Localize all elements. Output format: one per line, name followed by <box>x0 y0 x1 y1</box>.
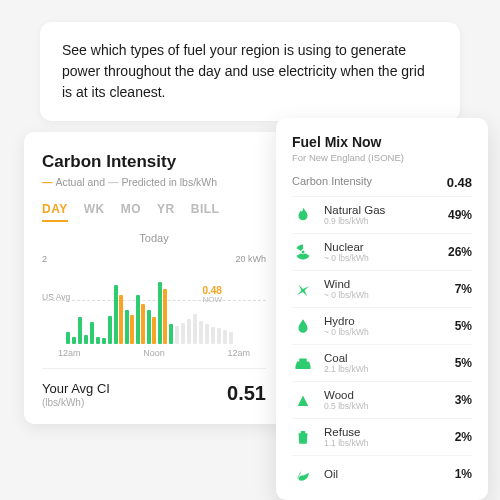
fuel-name: Nuclear <box>324 241 448 253</box>
fuel-icon <box>292 241 314 263</box>
fuel-main: Natural Gas0.9 lbs/kWh <box>324 204 448 226</box>
avg-label-block: Your Avg CI (lbs/kWh) <box>42 379 110 408</box>
divider <box>42 368 266 369</box>
fuel-detail: 2.1 lbs/kWh <box>324 364 455 374</box>
tab-week[interactable]: WK <box>84 202 105 222</box>
today-label: Today <box>42 232 266 244</box>
y-axis-left: 2 <box>42 254 47 264</box>
tab-month[interactable]: MO <box>121 202 141 222</box>
fuel-icon <box>292 426 314 448</box>
fuel-percent: 3% <box>455 393 472 407</box>
fuel-name: Wind <box>324 278 455 290</box>
fuel-percent: 5% <box>455 319 472 333</box>
fuel-main: Hydro~ 0 lbs/kWh <box>324 315 455 337</box>
tooltip-text: See which types of fuel your region is u… <box>62 42 425 100</box>
fuel-percent: 2% <box>455 430 472 444</box>
fuel-row[interactable]: Wood0.5 lbs/kWh3% <box>292 381 472 418</box>
x-left: 12am <box>58 348 81 358</box>
fuel-list: Natural Gas0.9 lbs/kWh49%Nuclear~ 0 lbs/… <box>292 196 472 492</box>
fuel-row[interactable]: Wind~ 0 lbs/kWh7% <box>292 270 472 307</box>
fuel-icon <box>292 389 314 411</box>
fuel-name: Coal <box>324 352 455 364</box>
callout-now-label: NOW <box>202 296 222 304</box>
current-value-callout: 0.48 NOW <box>202 286 222 304</box>
fuel-row[interactable]: Nuclear~ 0 lbs/kWh26% <box>292 233 472 270</box>
avg-label: Your Avg CI <box>42 381 110 396</box>
legend-subtitle: Actual and Predicted in lbs/kWh <box>42 176 266 188</box>
mix-ci-label: Carbon Intensity <box>292 175 372 190</box>
fuel-row[interactable]: Hydro~ 0 lbs/kWh5% <box>292 307 472 344</box>
fuel-detail: ~ 0 lbs/kWh <box>324 253 448 263</box>
fuel-percent: 49% <box>448 208 472 222</box>
tab-year[interactable]: YR <box>157 202 175 222</box>
carbon-intensity-chart[interactable]: 2 20 kWh US Avg 0.48 NOW 12am Noon 12am <box>42 250 266 358</box>
tab-day[interactable]: DAY <box>42 202 68 222</box>
fuel-mix-card: Fuel Mix Now For New England (ISONE) Car… <box>276 118 488 500</box>
fuel-detail: ~ 0 lbs/kWh <box>324 327 455 337</box>
fuel-icon <box>292 463 314 485</box>
fuel-name: Oil <box>324 468 455 480</box>
time-range-tabs: DAY WK MO YR BILL <box>42 202 266 222</box>
legend-predicted: Predicted in lbs/kWh <box>108 176 217 188</box>
x-right: 12am <box>227 348 250 358</box>
mix-ci-value: 0.48 <box>447 175 472 190</box>
fuel-icon <box>292 352 314 374</box>
fuel-percent: 1% <box>455 467 472 481</box>
x-axis-labels: 12am Noon 12am <box>58 348 250 358</box>
avg-unit: (lbs/kWh) <box>42 397 110 408</box>
mix-subtitle: For New England (ISONE) <box>292 152 472 163</box>
fuel-icon <box>292 278 314 300</box>
fuel-detail: 1.1 lbs/kWh <box>324 438 455 448</box>
fuel-name: Refuse <box>324 426 455 438</box>
avg-value: 0.51 <box>227 382 266 405</box>
carbon-intensity-card: Carbon Intensity Actual and Predicted in… <box>24 132 284 424</box>
legend-actual: Actual and <box>42 176 105 188</box>
card-title: Carbon Intensity <box>42 152 266 172</box>
fuel-detail: ~ 0 lbs/kWh <box>324 290 455 300</box>
fuel-main: Coal2.1 lbs/kWh <box>324 352 455 374</box>
fuel-icon <box>292 315 314 337</box>
fuel-icon <box>292 204 314 226</box>
tab-bill[interactable]: BILL <box>191 202 220 222</box>
fuel-percent: 7% <box>455 282 472 296</box>
fuel-main: Refuse1.1 lbs/kWh <box>324 426 455 448</box>
fuel-row[interactable]: Oil1% <box>292 455 472 492</box>
fuel-percent: 26% <box>448 245 472 259</box>
fuel-main: Wood0.5 lbs/kWh <box>324 389 455 411</box>
your-avg-row: Your Avg CI (lbs/kWh) 0.51 <box>42 379 266 408</box>
info-tooltip: See which types of fuel your region is u… <box>40 22 460 121</box>
fuel-name: Wood <box>324 389 455 401</box>
fuel-name: Natural Gas <box>324 204 448 216</box>
fuel-row[interactable]: Coal2.1 lbs/kWh5% <box>292 344 472 381</box>
fuel-name: Hydro <box>324 315 455 327</box>
mix-title: Fuel Mix Now <box>292 134 472 150</box>
x-mid: Noon <box>143 348 165 358</box>
fuel-detail: 0.9 lbs/kWh <box>324 216 448 226</box>
fuel-detail: 0.5 lbs/kWh <box>324 401 455 411</box>
fuel-main: Oil <box>324 468 455 480</box>
fuel-main: Nuclear~ 0 lbs/kWh <box>324 241 448 263</box>
svg-point-0 <box>302 251 305 254</box>
fuel-row[interactable]: Natural Gas0.9 lbs/kWh49% <box>292 196 472 233</box>
fuel-main: Wind~ 0 lbs/kWh <box>324 278 455 300</box>
mix-ci-row: Carbon Intensity 0.48 <box>292 175 472 190</box>
fuel-row[interactable]: Refuse1.1 lbs/kWh2% <box>292 418 472 455</box>
fuel-percent: 5% <box>455 356 472 370</box>
